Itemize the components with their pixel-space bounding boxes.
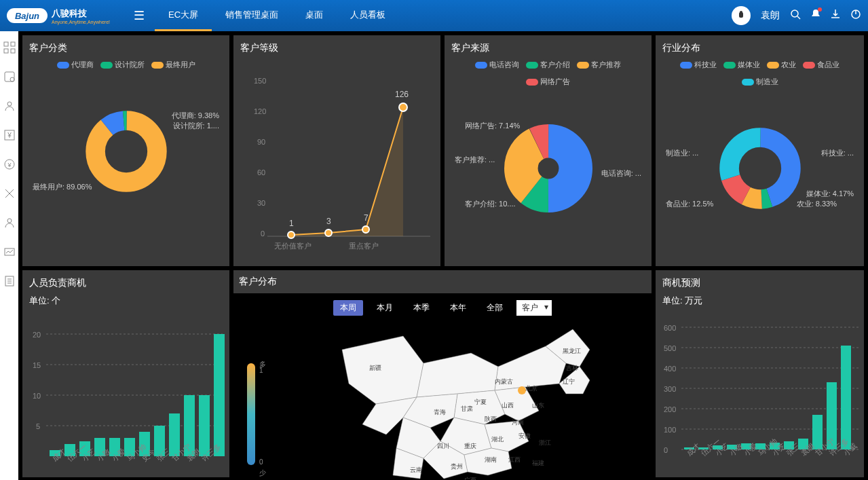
person-icon[interactable]	[3, 100, 16, 112]
tab-ec[interactable]: EC大屏	[155, 0, 212, 31]
svg-point-12	[7, 102, 12, 106]
avatar[interactable]	[732, 6, 751, 25]
svg-text:126: 126	[395, 90, 409, 99]
svg-text:四川: 四川	[437, 443, 449, 449]
unit-label: 单位: 个	[29, 295, 223, 307]
legend-item[interactable]: 食品业	[803, 60, 839, 70]
svg-point-35	[288, 232, 295, 238]
svg-text:内蒙古: 内蒙古	[495, 378, 513, 385]
svg-text:黑龙江: 黑龙江	[563, 348, 581, 354]
money-icon[interactable]: ¥	[3, 129, 16, 141]
download-icon[interactable]	[831, 9, 840, 22]
legend-item[interactable]: 最终用户	[151, 60, 195, 70]
user2-icon[interactable]	[3, 217, 16, 229]
svg-text:5: 5	[36, 422, 40, 430]
legend-item[interactable]: 制造业	[742, 77, 778, 87]
panel-title: 客户等级	[240, 42, 434, 54]
svg-point-11	[10, 77, 14, 81]
svg-text:安徽: 安徽	[518, 432, 531, 439]
task-icon[interactable]	[3, 71, 16, 83]
svg-text:宁夏: 宁夏	[474, 399, 487, 405]
doc-icon[interactable]	[3, 275, 16, 287]
donut-chart	[86, 111, 167, 192]
svg-rect-71	[214, 334, 225, 456]
svg-text:¥: ¥	[7, 162, 12, 168]
slice-label: 农业: 8.33%	[797, 199, 837, 209]
legend-item[interactable]: 农业	[767, 60, 796, 70]
logo: Bajun 八骏科技 Anyone,Anytime,Anywhere!	[7, 7, 110, 24]
china-map[interactable]: 新疆 黑龙江 吉林 辽宁 内蒙古 北京 宁夏 山西 山东 青海 甘肃 陕西 河南…	[322, 316, 607, 480]
legend-item[interactable]: 设计院所	[100, 60, 145, 70]
sidebar: ¥ ¥	[0, 31, 18, 480]
tools-icon[interactable]	[3, 187, 16, 200]
filter-all[interactable]: 全部	[480, 300, 510, 316]
svg-rect-70	[199, 395, 210, 456]
legend-item[interactable]: 电话咨询	[475, 60, 519, 70]
filter-year[interactable]: 本年	[443, 300, 473, 316]
filter-week[interactable]: 本周	[333, 300, 363, 316]
tabs: EC大屏 销售管理桌面 桌面 人员看板	[155, 0, 399, 31]
header-right: 袁朗	[732, 6, 861, 25]
line-chart: 0 30 60 90 120 150 无价值客户 重点客户 1 3	[240, 60, 434, 257]
power-icon[interactable]	[850, 9, 861, 22]
legend-item[interactable]: 客户推荐	[577, 60, 621, 70]
panel-title: 商机预测	[662, 277, 857, 289]
tab-desktop[interactable]: 桌面	[292, 0, 337, 31]
bar-chart: 0100 200300 400500 600 成才 伍六一 小艺	[662, 314, 859, 477]
legend-item[interactable]: 媒体业	[723, 60, 760, 70]
search-icon[interactable]	[790, 9, 801, 22]
target-icon[interactable]: ¥	[3, 158, 16, 170]
legend-item[interactable]: 客户介绍	[526, 60, 570, 70]
svg-text:湖南: 湖南	[485, 456, 497, 463]
svg-text:陕西: 陕西	[485, 416, 497, 422]
svg-point-38	[399, 103, 407, 111]
tab-people[interactable]: 人员看板	[337, 0, 399, 31]
tab-sales[interactable]: 销售管理桌面	[212, 0, 292, 31]
svg-text:甘肃: 甘肃	[461, 405, 473, 412]
username[interactable]: 袁朗	[761, 10, 780, 22]
svg-text:200: 200	[664, 405, 676, 413]
svg-text:河南: 河南	[512, 419, 524, 426]
svg-text:成才: 成才	[685, 441, 702, 457]
svg-point-17	[7, 219, 12, 223]
filter-month[interactable]: 本月	[370, 300, 400, 316]
legend-item[interactable]: 科技业	[680, 60, 717, 70]
panel-customer-level: 客户等级 0 30 60 90 120 150 无价值客户 重点客户	[233, 35, 440, 266]
svg-rect-132	[841, 346, 851, 449]
pie-chart	[504, 124, 592, 213]
svg-text:150: 150	[254, 77, 266, 85]
main-grid: 客户分类 代理商 设计院所 最终用户 代理商: 9.38% 设计院所: 1...…	[18, 31, 868, 480]
svg-text:600: 600	[664, 324, 676, 332]
donut-chart	[719, 128, 801, 209]
panel-title: 客户来源	[451, 42, 645, 54]
grid-icon[interactable]	[3, 41, 16, 54]
svg-text:云南: 云南	[410, 466, 422, 473]
panel-customer-category: 客户分类 代理商 设计院所 最终用户 代理商: 9.38% 设计院所: 1...…	[22, 35, 229, 266]
svg-rect-7	[11, 42, 15, 46]
header: Bajun 八骏科技 Anyone,Anytime,Anywhere! ☰ EC…	[0, 0, 868, 31]
legend-item[interactable]: 代理商	[57, 60, 94, 70]
svg-text:北京: 北京	[525, 385, 537, 392]
svg-rect-10	[5, 72, 14, 81]
svg-point-2	[791, 10, 798, 17]
svg-point-37	[362, 226, 369, 233]
chart-icon[interactable]	[3, 246, 16, 258]
svg-text:山东: 山东	[532, 402, 544, 409]
filter-quarter[interactable]: 本季	[407, 300, 436, 316]
panel-title: 行业分布	[662, 42, 857, 54]
legend-item[interactable]: 网络广告	[526, 77, 570, 87]
panel-forecast: 商机预测 单位: 万元 0100 200300 400500 600	[656, 270, 864, 477]
slice-label: 客户推荐: ...	[455, 155, 495, 165]
panel-industry: 行业分布 科技业 媒体业 农业 食品业 制造业 制造业: ... 科技业: ..…	[656, 35, 864, 266]
slice-label: 客户介绍: 10....	[465, 199, 516, 209]
bell-icon[interactable]	[811, 9, 820, 22]
svg-text:15: 15	[33, 361, 41, 369]
logo-cn: 八骏科技	[52, 8, 87, 18]
svg-rect-9	[11, 49, 15, 53]
map-select[interactable]: 客户 ▾	[516, 300, 552, 316]
svg-line-3	[797, 16, 800, 19]
svg-text:重点客户: 重点客户	[349, 242, 379, 250]
slice-label: 电话咨询: ...	[601, 168, 641, 179]
svg-text:30: 30	[257, 199, 265, 207]
hamburger-icon[interactable]: ☰	[134, 8, 145, 23]
